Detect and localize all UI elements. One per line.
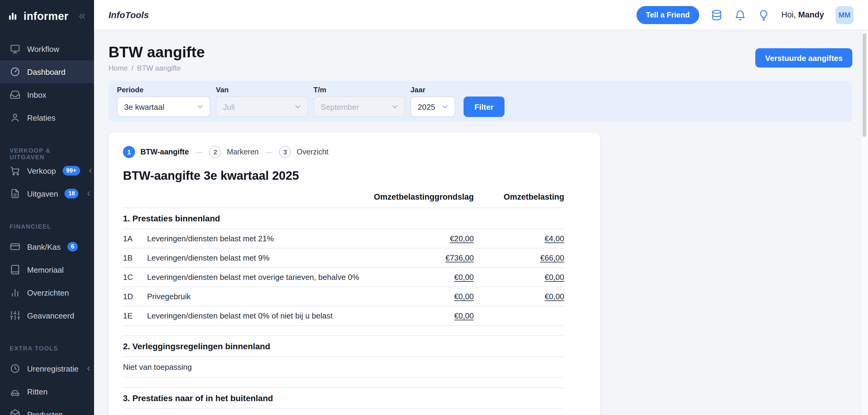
- sidebar-item-label: Workflow: [27, 45, 59, 53]
- file-text-icon: [10, 188, 21, 199]
- row-code: 1D: [123, 292, 147, 301]
- chevron-left-icon[interactable]: [85, 365, 93, 372]
- step-overzicht[interactable]: 3 Overzicht: [279, 146, 329, 158]
- sidebar-item-geavanceerd[interactable]: Geavanceerd: [0, 304, 94, 327]
- lightbulb-icon[interactable]: [758, 9, 770, 21]
- avatar[interactable]: MM: [835, 6, 854, 24]
- informer-logo-icon: [8, 10, 20, 22]
- row-description: Leveringen/diensten belast met 9%: [147, 253, 368, 262]
- step-markeren[interactable]: 2 Markeren: [210, 146, 259, 158]
- step-label: Overzicht: [297, 148, 329, 156]
- sidebar-item-label: Ritten: [27, 387, 48, 396]
- sidebar-item-verkoop[interactable]: Verkoop 99+: [0, 159, 94, 182]
- base-amount-link[interactable]: €20,00: [450, 234, 474, 243]
- tax-amount-link[interactable]: €66,00: [540, 253, 564, 262]
- chevron-down-icon: [441, 102, 449, 111]
- sidebar-item-relaties[interactable]: Relaties: [0, 106, 94, 129]
- sidebar-item-uitgaven[interactable]: Uitgaven 18: [0, 182, 94, 205]
- filter-label: Jaar: [410, 86, 455, 94]
- report-section-heading: 2. Verleggingsregelingen binnenland: [123, 336, 564, 357]
- brand[interactable]: informer: [8, 10, 77, 23]
- scrollbar-thumb[interactable]: [863, 33, 866, 137]
- app: informer Workflow: [0, 0, 868, 415]
- report-title: BTW-aangifte 3e kwartaal 2025: [123, 169, 586, 183]
- row-description: Leveringen/diensten belast met 0% of nie…: [147, 311, 368, 320]
- sidebar-item-bank-kas[interactable]: Bank/Kas 6: [0, 235, 94, 258]
- tell-a-friend-button[interactable]: Tell a Friend: [636, 6, 699, 24]
- base-amount-link[interactable]: €0,00: [454, 273, 474, 282]
- table-row: 1E Leveringen/diensten belast met 0% of …: [123, 306, 564, 326]
- sidebar-item-overzichten[interactable]: Overzichten: [0, 281, 94, 304]
- sidebar-item-label: Producten: [27, 410, 63, 415]
- sidebar: informer Workflow: [0, 0, 94, 415]
- jaar-select[interactable]: 2025: [410, 96, 455, 117]
- sidebar-item-label: Geavanceerd: [27, 311, 74, 320]
- tm-select: September: [313, 96, 405, 117]
- base-amount-link[interactable]: €736,00: [445, 253, 474, 262]
- sidebar-item-producten[interactable]: Producten: [0, 403, 94, 415]
- step-separator: —: [195, 148, 203, 156]
- report-section-2: 2. Verleggingsregelingen binnenland Niet…: [123, 335, 564, 378]
- page-title: BTW aangifte: [108, 43, 205, 61]
- main-area: InfoTools Tell a Friend: [94, 0, 868, 415]
- table-header: Omzetbelastinggrondslag Omzetbelasting: [123, 192, 564, 208]
- sidebar-section-verkoop-uitgaven: VERKOOP & UITGAVEN: [0, 141, 94, 159]
- base-amount-link[interactable]: €0,00: [454, 292, 474, 301]
- base-amount-link[interactable]: €0,00: [454, 311, 474, 320]
- breadcrumb-separator: /: [131, 64, 133, 72]
- sidebar-collapse-icon[interactable]: [77, 11, 87, 21]
- breadcrumb-home-link[interactable]: Home: [108, 64, 128, 72]
- sidebar-item-memoriaal[interactable]: Memoriaal: [0, 258, 94, 281]
- book-icon: [10, 264, 21, 275]
- user-name: Mandy: [798, 10, 824, 19]
- topbar-actions: Tell a Friend: [636, 6, 854, 24]
- chevron-down-icon: [196, 102, 204, 111]
- filter-bar: Periode 3e kwartaal Van Juli: [108, 81, 852, 122]
- sidebar-item-label: Urenregistratie: [27, 364, 79, 373]
- table-row: 1D Privegebruik €0,00 €0,00: [123, 287, 564, 306]
- report-section-heading: 3. Prestaties naar of in het buitenland: [123, 388, 564, 409]
- breadcrumb: Home / BTW aangifte: [108, 64, 205, 72]
- sidebar-item-dashboard[interactable]: Dashboard: [0, 60, 94, 83]
- van-value: Juli: [223, 102, 235, 111]
- sidebar-item-ritten[interactable]: Ritten: [0, 380, 94, 403]
- tax-amount-link[interactable]: €0,00: [545, 292, 564, 301]
- topbar: InfoTools Tell a Friend: [94, 0, 868, 30]
- cart-icon: [10, 165, 21, 176]
- tax-amount-link[interactable]: €0,00: [545, 273, 564, 282]
- sidebar-item-label: Overzichten: [27, 288, 69, 297]
- column-header-omzetbelasting: Omzetbelasting: [474, 192, 564, 202]
- filter-label: Van: [216, 86, 308, 94]
- page-content: BTW aangifte Home / BTW aangifte Verstuu…: [94, 30, 868, 415]
- car-icon: [10, 386, 21, 397]
- periode-select[interactable]: 3e kwartaal: [117, 96, 210, 117]
- filter-button[interactable]: Filter: [464, 96, 504, 117]
- page-scrollbar[interactable]: [861, 31, 868, 415]
- monitor-icon: [10, 43, 21, 54]
- step-btw-aangifte[interactable]: 1 BTW-aangifte: [123, 146, 189, 158]
- verkoop-count-badge: 99+: [62, 166, 80, 176]
- sidebar-item-urenregistratie[interactable]: Urenregistratie: [0, 357, 94, 380]
- sidebar-item-label: Relaties: [27, 113, 56, 122]
- chevron-down-icon: [293, 102, 302, 111]
- row-code: 1C: [123, 273, 147, 282]
- step-number: 3: [279, 146, 291, 158]
- sidebar-item-label: Memoriaal: [27, 265, 64, 274]
- chevron-left-icon[interactable]: [87, 167, 94, 174]
- tm-value: September: [321, 102, 359, 111]
- not-applicable-note: Niet van toepassing: [123, 409, 564, 415]
- user-greeting: Hoi, Mandy: [781, 10, 824, 19]
- chevron-left-icon[interactable]: [85, 190, 93, 197]
- database-icon[interactable]: [711, 9, 723, 21]
- tax-amount-link[interactable]: €4,00: [545, 234, 564, 243]
- step-number: 1: [123, 146, 135, 158]
- table-row: 1C Leveringen/diensten belast met overig…: [123, 268, 564, 287]
- sidebar-header: informer: [0, 0, 94, 33]
- sidebar-item-workflow[interactable]: Workflow: [0, 37, 94, 60]
- bell-icon[interactable]: [734, 9, 746, 21]
- table-row: 1A Leveringen/diensten belast met 21% €2…: [123, 229, 564, 248]
- verstuurde-aangiftes-button[interactable]: Verstuurde aangiftes: [755, 48, 852, 67]
- step-label: BTW-aangifte: [141, 148, 189, 156]
- sidebar-item-inbox[interactable]: Inbox: [0, 83, 94, 106]
- filter-group-periode: Periode 3e kwartaal: [117, 86, 210, 117]
